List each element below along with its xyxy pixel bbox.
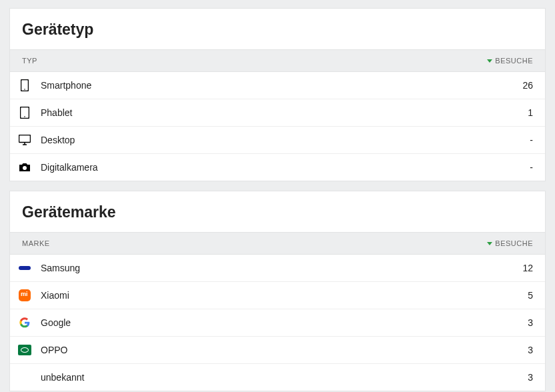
desktop-icon [18,133,31,147]
row-value: 3 [528,372,533,383]
row-label: Phablet [41,107,528,118]
table-row[interactable]: Samsung 12 [10,255,545,282]
sort-desc-icon [487,242,492,245]
row-value: 3 [528,317,533,328]
row-label: Desktop [41,135,530,145]
table-row[interactable]: Xiaomi 5 [10,282,545,309]
column-besuche-label: BESUCHE [495,239,533,247]
google-icon [18,316,31,329]
device-brand-title: Gerätemarke [10,191,545,232]
svg-point-5 [23,166,27,170]
table-row[interactable]: unbekannt 3 [10,364,545,391]
table-row[interactable]: Phablet 1 [10,99,545,127]
table-row[interactable]: Google 3 [10,309,545,337]
column-besuche[interactable]: BESUCHE [487,239,533,247]
device-type-title: Gerätetyp [10,9,545,49]
table-row[interactable]: OPPO 3 [10,337,545,364]
row-label: Xiaomi [41,290,528,301]
svg-rect-4 [19,135,31,143]
svg-point-3 [24,116,25,117]
column-typ[interactable]: TYP [22,57,487,65]
row-label: Smartphone [41,80,522,91]
row-label: Samsung [41,263,522,273]
samsung-icon [18,261,31,275]
phablet-icon [18,106,31,119]
device-brand-header: MARKE BESUCHE [10,232,545,255]
camera-icon [18,161,31,174]
row-label: unbekannt [41,372,528,383]
svg-point-1 [24,89,25,90]
column-marke[interactable]: MARKE [22,239,487,247]
smartphone-icon [18,79,31,92]
table-row[interactable]: Smartphone 26 [10,72,545,99]
row-value: 5 [528,290,533,301]
row-value: - [530,162,533,173]
device-type-header: TYP BESUCHE [10,49,545,72]
column-besuche-label: BESUCHE [495,57,533,65]
table-row[interactable]: Desktop - [10,127,545,154]
xiaomi-icon [18,289,31,302]
row-label: Digitalkamera [41,162,530,173]
device-type-card: Gerätetyp TYP BESUCHE Smartphone 26 Phab… [9,8,546,181]
table-row[interactable]: Digitalkamera - [10,154,545,181]
row-value: 1 [528,107,533,118]
sort-desc-icon [487,59,492,63]
column-besuche[interactable]: BESUCHE [487,57,533,65]
row-value: 3 [528,345,533,355]
row-value: 12 [522,263,533,273]
oppo-icon [18,343,31,357]
row-value: 26 [522,80,533,91]
device-brand-card: Gerätemarke MARKE BESUCHE Samsung 12 Xia… [9,191,546,391]
unknown-brand-icon [18,371,31,384]
row-label: OPPO [41,345,528,355]
row-value: - [530,135,533,145]
row-label: Google [41,317,528,328]
